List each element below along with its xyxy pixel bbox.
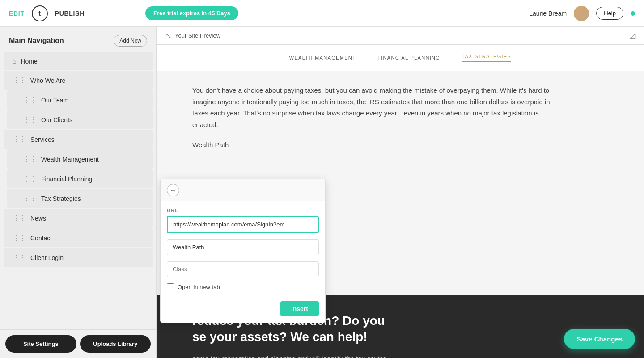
url-field-label: URL	[167, 208, 319, 213]
preview-bar: ⤡ Your Site Preview ◿	[157, 27, 644, 45]
insert-button[interactable]: Insert	[280, 301, 319, 316]
sidebar-item-label: Services	[30, 136, 55, 143]
sidebar-item-label: Tax Strategies	[41, 195, 81, 202]
text-input[interactable]	[167, 239, 319, 255]
expand-icon: ⤡	[165, 31, 171, 40]
url-input-wrapper	[167, 216, 319, 233]
drag-dots-icon: ⋮⋮	[23, 155, 37, 163]
logo-circle: t	[32, 5, 48, 21]
top-bar-right: Laurie Bream Help	[529, 6, 635, 21]
drag-dots-icon: ⋮⋮	[23, 194, 37, 203]
sidebar-item-financial-planning[interactable]: ⋮⋮ Financial Planning	[7, 169, 153, 188]
drag-dots-icon: ⋮⋮	[13, 76, 26, 85]
site-nav-tax-strategies[interactable]: TAX STRATEGIES	[462, 54, 511, 62]
sidebar-title: Main Navigation	[9, 37, 64, 45]
sidebar-item-label: Home	[21, 58, 37, 65]
sidebar-item-label: Who We Are	[30, 77, 65, 84]
sidebar-item-label: Financial Planning	[41, 175, 92, 183]
insert-row: Insert	[161, 297, 325, 323]
url-dialog-header: ←	[161, 179, 325, 201]
drag-dots-icon: ⋮⋮	[23, 175, 37, 183]
site-nav: WEALTH MANAGEMENT FINANCIAL PLANNING TAX…	[157, 45, 644, 71]
sidebar-item-who-we-are[interactable]: ⋮⋮ Who We Are	[4, 71, 153, 90]
site-settings-button[interactable]: Site Settings	[5, 335, 76, 353]
site-cta-text: come tax preparation and planning and wi…	[192, 353, 608, 358]
sidebar-item-tax-strategies[interactable]: ⋮⋮ Tax Strategies	[7, 189, 153, 208]
checkbox-label: Open in new tab	[178, 284, 220, 290]
nav-items: ⌂ Home ⋮⋮ Who We Are ⋮⋮ Our Team ⋮⋮ Our …	[0, 52, 156, 329]
add-new-button[interactable]: Add New	[114, 35, 147, 47]
sidebar-item-news[interactable]: ⋮⋮ News	[4, 209, 153, 228]
publish-label[interactable]: PUBLISH	[55, 10, 85, 17]
save-changes-button[interactable]: Save Changes	[564, 329, 635, 349]
main-layout: Main Navigation Add New ⌂ Home ⋮⋮ Who We…	[0, 27, 644, 358]
top-bar: EDIT t PUBLISH Free trial expires in 45 …	[0, 0, 644, 27]
drag-dots-icon: ⋮⋮	[13, 234, 26, 242]
sidebar-item-label: Our Team	[41, 97, 68, 104]
sidebar-item-client-login[interactable]: ⋮⋮ Client Login	[4, 248, 153, 267]
back-arrow-button[interactable]: ←	[167, 184, 179, 196]
site-content: WEALTH MANAGEMENT FINANCIAL PLANNING TAX…	[157, 45, 644, 358]
sidebar-item-label: News	[30, 215, 46, 222]
wealth-path-label: Wealth Path	[192, 141, 608, 149]
drag-dots-icon: ⋮⋮	[13, 214, 26, 222]
sidebar-item-our-clients[interactable]: ⋮⋮ Our Clients	[7, 110, 153, 129]
trial-badge[interactable]: Free trial expires in 45 Days	[145, 6, 238, 20]
status-dot	[631, 11, 635, 16]
sidebar-item-label: Client Login	[30, 254, 64, 261]
sidebar-header: Main Navigation Add New	[0, 27, 156, 52]
class-input[interactable]	[167, 261, 319, 277]
uploads-library-button[interactable]: Uploads Library	[80, 335, 151, 353]
help-button[interactable]: Help	[596, 7, 623, 20]
sidebar-item-wealth-management[interactable]: ⋮⋮ Wealth Management	[7, 149, 153, 169]
top-bar-left: EDIT t PUBLISH Free trial expires in 45 …	[9, 5, 238, 21]
drag-dots-icon: ⋮⋮	[13, 253, 26, 262]
fullscreen-icon[interactable]: ◿	[630, 31, 635, 40]
site-body-paragraph: You don't have a choice about paying tax…	[192, 85, 550, 130]
class-field-container	[161, 255, 325, 277]
sidebar-bottom: Site Settings Uploads Library	[0, 329, 156, 358]
text-field-container	[161, 233, 325, 255]
preview-label: Your Site Preview	[175, 32, 220, 39]
site-nav-wealth-management[interactable]: WEALTH MANAGEMENT	[289, 55, 356, 60]
user-name: Laurie Bream	[529, 10, 567, 17]
sidebar-item-label: Contact	[30, 234, 52, 242]
open-in-new-tab-checkbox[interactable]	[167, 283, 174, 290]
avatar	[574, 6, 589, 21]
url-input[interactable]	[168, 217, 318, 232]
home-icon: ⌂	[13, 58, 16, 65]
sidebar-item-home[interactable]: ⌂ Home	[4, 52, 153, 70]
sidebar: Main Navigation Add New ⌂ Home ⋮⋮ Who We…	[0, 27, 157, 358]
drag-dots-icon: ⋮⋮	[13, 135, 26, 144]
sidebar-item-our-team[interactable]: ⋮⋮ Our Team	[7, 90, 153, 110]
sidebar-item-label: Wealth Management	[41, 156, 99, 163]
edit-label[interactable]: EDIT	[9, 10, 25, 17]
url-dialog: ← URL	[160, 179, 326, 323]
sidebar-item-label: Our Clients	[41, 116, 72, 124]
preview-bar-left: ⤡ Your Site Preview	[165, 31, 220, 40]
content-area: ⤡ Your Site Preview ◿ WEALTH MANAGEMENT …	[157, 27, 644, 358]
sidebar-item-services[interactable]: ⋮⋮ Services	[4, 130, 153, 149]
sidebar-item-contact[interactable]: ⋮⋮ Contact	[4, 228, 153, 247]
url-field-container: URL	[161, 201, 325, 233]
site-nav-financial-planning[interactable]: FINANCIAL PLANNING	[377, 55, 440, 60]
avatar-image	[574, 6, 589, 21]
drag-dots-icon: ⋮⋮	[23, 96, 37, 104]
checkbox-row: Open in new tab	[161, 277, 325, 297]
drag-dots-icon: ⋮⋮	[23, 115, 37, 124]
